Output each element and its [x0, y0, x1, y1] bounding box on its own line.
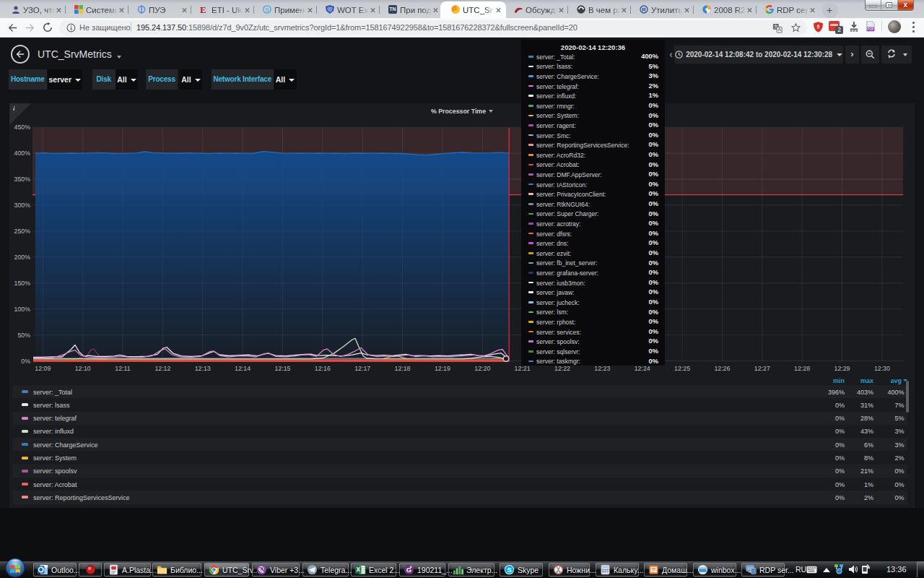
svg-text:S: S	[507, 566, 511, 574]
svg-text:S: S	[265, 7, 269, 13]
svg-text:R: R	[642, 7, 646, 13]
svg-text:X: X	[356, 566, 360, 573]
svg-text:A: A	[777, 27, 781, 32]
svg-text:PDF: PDF	[867, 27, 873, 31]
